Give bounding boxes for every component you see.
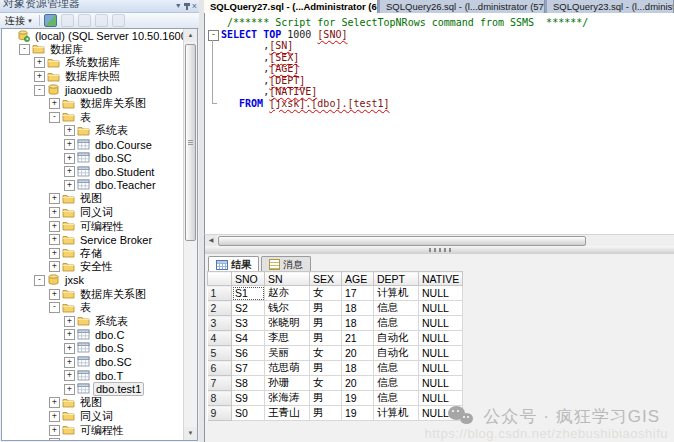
expand-toggle-icon[interactable]: + [49,289,60,300]
tree-item[interactable]: +视图 [2,192,197,206]
expand-toggle-icon[interactable]: + [49,248,60,259]
expand-toggle-icon[interactable]: + [49,411,60,422]
grid-cell[interactable]: NULL [419,286,463,301]
tree-item[interactable]: +同义词 [2,206,197,220]
row-number-cell[interactable]: 6 [208,361,232,376]
grid-cell[interactable]: NULL [419,376,463,391]
tree-item[interactable]: +dbo.S [2,342,197,356]
tree-item[interactable]: +dbo.Student [2,165,197,179]
expand-toggle-icon[interactable]: + [34,71,45,82]
column-header-native[interactable]: NATIVE [419,272,463,286]
grid-cell[interactable]: 赵亦 [265,286,310,301]
expand-toggle-icon[interactable]: + [49,261,60,272]
grid-cell[interactable]: 19 [342,391,374,406]
tree-item[interactable]: +视图 [2,396,197,410]
tree-item[interactable]: +dbo.test1 [2,382,197,396]
tree-item[interactable]: +dbo.Course [2,138,197,152]
document-tab[interactable]: SQLQuery26.sql - (l...dministrator (57))… [380,0,545,13]
pin-icon[interactable] [186,3,188,10]
grid-cell[interactable]: 钱尔 [265,301,310,316]
grid-cell[interactable]: 21 [342,331,374,346]
expand-toggle-icon[interactable]: + [64,166,75,177]
grid-cell[interactable]: 女 [310,286,342,301]
grid-cell[interactable]: 信息 [374,316,419,331]
expand-toggle-icon[interactable]: + [49,98,60,109]
grid-cell[interactable]: 张海涛 [265,391,310,406]
scrollbar-thumb[interactable] [185,44,196,241]
column-header-sno[interactable]: SNO [232,272,265,286]
tree-item[interactable]: +系统表 [2,124,197,138]
expand-toggle-icon[interactable]: - [34,275,45,286]
expand-toggle-icon[interactable]: + [64,316,75,327]
expand-toggle-icon[interactable]: + [49,397,60,408]
scroll-left-icon[interactable]: ◀ [205,235,217,246]
grid-cell[interactable]: 20 [342,346,374,361]
expand-toggle-icon[interactable]: + [49,438,60,441]
connect-button[interactable]: 连接 ▼ [3,14,35,28]
expand-toggle-icon[interactable]: + [49,425,60,436]
expand-toggle-icon[interactable]: + [49,234,60,245]
tab-messages[interactable]: 消息 [261,256,311,272]
expand-toggle-icon[interactable]: + [64,125,75,136]
grid-cell[interactable]: 男 [310,331,342,346]
row-number-cell[interactable]: 1 [208,286,232,301]
expand-toggle-icon[interactable]: + [64,370,75,381]
grid-cell[interactable]: S8 [232,376,265,391]
expand-toggle-icon[interactable]: + [64,180,75,191]
expand-toggle-icon[interactable]: - [49,112,60,123]
grid-cell[interactable]: 17 [342,286,374,301]
grid-cell[interactable]: 信息 [374,301,419,316]
column-header-sn[interactable]: SN [265,272,310,286]
grid-cell[interactable]: S7 [232,361,265,376]
grid-cell[interactable]: 自动化 [374,331,419,346]
grid-cell[interactable]: 女 [310,376,342,391]
grid-cell[interactable]: S9 [232,391,265,406]
code-area[interactable]: /****** Script for SelectTopNRows comman… [221,17,674,109]
grid-cell[interactable]: 吴丽 [265,346,310,361]
grid-cell[interactable]: 张晓明 [265,316,310,331]
grid-cell[interactable]: NULL [419,301,463,316]
grid-cell[interactable]: 20 [342,376,374,391]
filter-icon[interactable] [95,14,108,27]
grid-cell[interactable]: NULL [419,316,463,331]
grid-cell[interactable]: NULL [419,331,463,346]
grid-cell[interactable]: S1 [232,286,265,301]
tree-item[interactable]: +同义词 [2,410,197,424]
grid-cell[interactable]: 男 [310,391,342,406]
column-header-dept[interactable]: DEPT [374,272,419,286]
tree-item[interactable]: +数据库关系图 [2,97,197,111]
tree-item[interactable]: -数据库 [2,43,197,57]
grid-cell[interactable]: S6 [232,346,265,361]
expand-toggle-icon[interactable]: + [64,357,75,368]
stop-icon[interactable] [78,14,91,27]
close-icon[interactable]: × [192,1,197,11]
expand-toggle-icon[interactable]: + [34,57,45,68]
grid-cell[interactable]: 自动化 [374,346,419,361]
tree-item[interactable]: +dbo.C [2,328,197,342]
expand-toggle-icon[interactable]: - [19,44,30,55]
grid-cell[interactable]: 男 [310,406,342,421]
grid-cell[interactable]: S0 [232,406,265,421]
row-number-cell[interactable]: 2 [208,301,232,316]
grid-cell[interactable]: 男 [310,301,342,316]
row-number-cell[interactable]: 5 [208,346,232,361]
code-collapse-handle[interactable]: - [208,30,219,41]
grid-cell[interactable]: 信息 [374,391,419,406]
tree-item[interactable]: -jiaoxuedb [2,83,197,97]
tree-item[interactable]: +可编程性 [2,219,197,233]
grid-cell[interactable]: 范思萌 [265,361,310,376]
scroll-down-icon[interactable]: ▼ [184,427,197,440]
row-number-cell[interactable]: 4 [208,331,232,346]
document-tab[interactable]: SQLQuery27.sql - (...Administrator (61)) [204,0,378,13]
grid-cell[interactable]: NULL [419,346,463,361]
grid-cell[interactable]: 19 [342,406,374,421]
row-number-cell[interactable]: 9 [208,406,232,421]
tree-item[interactable]: -表 [2,301,197,315]
grid-cell[interactable]: 信息 [374,376,419,391]
script-icon[interactable] [112,14,125,27]
grid-cell[interactable]: NULL [419,391,463,406]
grid-cell[interactable]: 王青山 [265,406,310,421]
query-editor[interactable]: - /****** Script for SelectTopNRows comm… [204,13,674,234]
column-header-sex[interactable]: SEX [310,272,342,286]
scroll-up-icon[interactable]: ▲ [184,29,197,42]
